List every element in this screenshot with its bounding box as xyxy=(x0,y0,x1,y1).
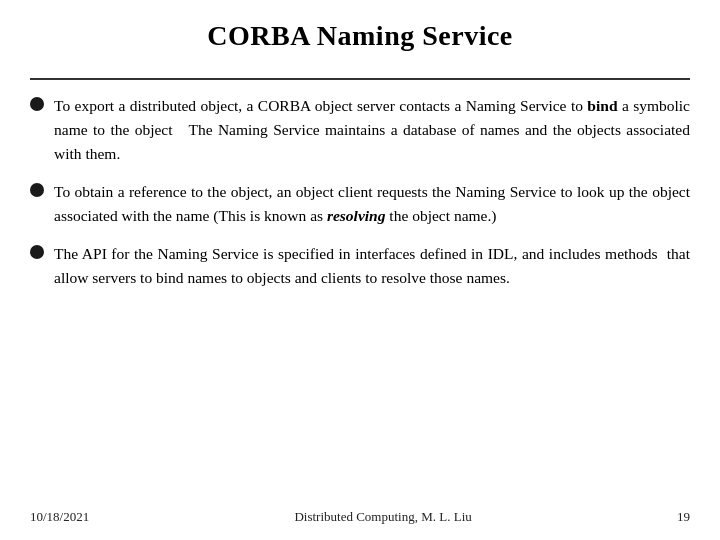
bullet-icon-2 xyxy=(30,183,44,197)
footer-page: 19 xyxy=(677,509,690,525)
bold-italic-resolving: resolving xyxy=(327,207,386,224)
bullet-item-2: To obtain a reference to the object, an … xyxy=(30,180,690,228)
slide: CORBA Naming Service To export a distrib… xyxy=(0,0,720,540)
title-area: CORBA Naming Service xyxy=(30,20,690,52)
footer-course: Distributed Computing, M. L. Liu xyxy=(294,509,471,525)
bullet-item-3: The API for the Naming Service is specif… xyxy=(30,242,690,290)
divider xyxy=(30,78,690,80)
bullet-icon-1 xyxy=(30,97,44,111)
slide-title: CORBA Naming Service xyxy=(30,20,690,52)
footer: 10/18/2021 Distributed Computing, M. L. … xyxy=(30,504,690,525)
bullet-item-1: To export a distributed object, a CORBA … xyxy=(30,94,690,166)
bold-bind: bind xyxy=(587,97,617,114)
bullet-text-3: The API for the Naming Service is specif… xyxy=(54,242,690,290)
content-area: To export a distributed object, a CORBA … xyxy=(30,94,690,492)
bullet-text-2: To obtain a reference to the object, an … xyxy=(54,180,690,228)
bullet-icon-3 xyxy=(30,245,44,259)
footer-date: 10/18/2021 xyxy=(30,509,89,525)
bullet-text-1: To export a distributed object, a CORBA … xyxy=(54,94,690,166)
